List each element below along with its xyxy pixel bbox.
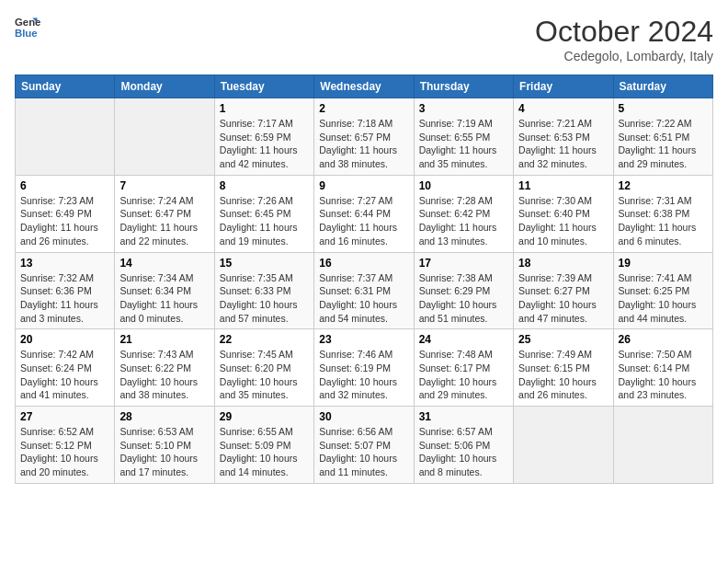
- calendar-week-1: 1Sunrise: 7:17 AMSunset: 6:59 PMDaylight…: [16, 98, 713, 176]
- calendar-cell: 1Sunrise: 7:17 AMSunset: 6:59 PMDaylight…: [214, 98, 313, 176]
- day-number: 16: [319, 257, 408, 270]
- logo: General Blue: [15, 15, 40, 40]
- weekday-header-monday: Monday: [115, 75, 214, 98]
- day-info: Sunrise: 7:31 AMSunset: 6:38 PMDaylight:…: [619, 194, 708, 248]
- day-info: Sunrise: 7:45 AMSunset: 6:20 PMDaylight:…: [220, 348, 309, 402]
- day-info: Sunrise: 7:26 AMSunset: 6:45 PMDaylight:…: [220, 194, 309, 248]
- day-number: 6: [20, 179, 109, 192]
- day-info: Sunrise: 7:24 AMSunset: 6:47 PMDaylight:…: [119, 194, 209, 248]
- calendar-cell: 5Sunrise: 7:22 AMSunset: 6:51 PMDaylight…: [613, 98, 712, 176]
- day-info: Sunrise: 7:43 AMSunset: 6:22 PMDaylight:…: [119, 348, 209, 402]
- day-number: 14: [119, 257, 209, 270]
- calendar-cell: 26Sunrise: 7:50 AMSunset: 6:14 PMDayligh…: [613, 329, 712, 407]
- day-info: Sunrise: 7:49 AMSunset: 6:15 PMDaylight:…: [518, 348, 608, 402]
- day-number: 1: [220, 102, 309, 115]
- calendar-cell: 14Sunrise: 7:34 AMSunset: 6:34 PMDayligh…: [115, 252, 214, 329]
- day-info: Sunrise: 7:18 AMSunset: 6:57 PMDaylight:…: [319, 117, 408, 171]
- day-info: Sunrise: 7:22 AMSunset: 6:51 PMDaylight:…: [619, 117, 708, 171]
- day-info: Sunrise: 7:50 AMSunset: 6:14 PMDaylight:…: [619, 348, 708, 402]
- day-info: Sunrise: 6:55 AMSunset: 5:09 PMDaylight:…: [220, 425, 309, 479]
- day-number: 31: [419, 410, 508, 423]
- calendar-cell: [115, 98, 214, 176]
- calendar-cell: [613, 407, 712, 484]
- day-number: 11: [518, 179, 608, 192]
- day-number: 23: [319, 333, 408, 346]
- day-number: 21: [119, 333, 209, 346]
- day-info: Sunrise: 7:19 AMSunset: 6:55 PMDaylight:…: [419, 117, 508, 171]
- calendar-cell: 21Sunrise: 7:43 AMSunset: 6:22 PMDayligh…: [115, 329, 214, 407]
- calendar-week-3: 13Sunrise: 7:32 AMSunset: 6:36 PMDayligh…: [16, 252, 713, 329]
- calendar-cell: 25Sunrise: 7:49 AMSunset: 6:15 PMDayligh…: [514, 329, 613, 407]
- page-header: General Blue October 2024 Cedegolo, Lomb…: [15, 15, 713, 63]
- weekday-header-tuesday: Tuesday: [214, 75, 313, 98]
- day-number: 7: [119, 179, 209, 192]
- calendar-cell: 10Sunrise: 7:28 AMSunset: 6:42 PMDayligh…: [414, 175, 513, 252]
- day-info: Sunrise: 7:21 AMSunset: 6:53 PMDaylight:…: [518, 117, 608, 171]
- weekday-header-sunday: Sunday: [16, 75, 115, 98]
- day-info: Sunrise: 7:37 AMSunset: 6:31 PMDaylight:…: [319, 271, 408, 326]
- calendar-cell: 18Sunrise: 7:39 AMSunset: 6:27 PMDayligh…: [514, 252, 613, 329]
- calendar-cell: 27Sunrise: 6:52 AMSunset: 5:12 PMDayligh…: [16, 407, 115, 484]
- calendar-cell: 12Sunrise: 7:31 AMSunset: 6:38 PMDayligh…: [613, 175, 712, 252]
- calendar-cell: 13Sunrise: 7:32 AMSunset: 6:36 PMDayligh…: [16, 252, 115, 329]
- day-number: 9: [319, 179, 408, 192]
- day-number: 13: [20, 257, 109, 270]
- svg-text:Blue: Blue: [15, 28, 38, 39]
- day-number: 28: [119, 410, 209, 423]
- day-number: 3: [419, 102, 508, 115]
- calendar-cell: 31Sunrise: 6:57 AMSunset: 5:06 PMDayligh…: [414, 407, 513, 484]
- location-subtitle: Cedegolo, Lombardy, Italy: [535, 49, 713, 63]
- day-number: 20: [20, 333, 109, 346]
- calendar-cell: 24Sunrise: 7:48 AMSunset: 6:17 PMDayligh…: [414, 329, 513, 407]
- title-block: October 2024 Cedegolo, Lombardy, Italy: [535, 15, 713, 63]
- calendar-cell: 17Sunrise: 7:38 AMSunset: 6:29 PMDayligh…: [414, 252, 513, 329]
- day-info: Sunrise: 7:35 AMSunset: 6:33 PMDaylight:…: [220, 271, 309, 326]
- day-info: Sunrise: 7:42 AMSunset: 6:24 PMDaylight:…: [20, 348, 109, 402]
- day-info: Sunrise: 7:48 AMSunset: 6:17 PMDaylight:…: [419, 348, 508, 402]
- day-number: 8: [220, 179, 309, 192]
- calendar-cell: [16, 98, 115, 176]
- calendar-cell: 30Sunrise: 6:56 AMSunset: 5:07 PMDayligh…: [314, 407, 414, 484]
- day-info: Sunrise: 6:53 AMSunset: 5:10 PMDaylight:…: [119, 425, 209, 479]
- month-title: October 2024: [535, 15, 713, 49]
- day-info: Sunrise: 6:56 AMSunset: 5:07 PMDaylight:…: [319, 425, 408, 479]
- day-number: 18: [518, 257, 608, 270]
- calendar-cell: 8Sunrise: 7:26 AMSunset: 6:45 PMDaylight…: [214, 175, 313, 252]
- day-info: Sunrise: 7:41 AMSunset: 6:25 PMDaylight:…: [619, 271, 708, 326]
- day-info: Sunrise: 7:27 AMSunset: 6:44 PMDaylight:…: [319, 194, 408, 248]
- day-number: 15: [220, 257, 309, 270]
- calendar-header-row: SundayMondayTuesdayWednesdayThursdayFrid…: [16, 75, 713, 98]
- calendar-cell: 4Sunrise: 7:21 AMSunset: 6:53 PMDaylight…: [514, 98, 613, 176]
- calendar-cell: 15Sunrise: 7:35 AMSunset: 6:33 PMDayligh…: [214, 252, 313, 329]
- logo-icon: General Blue: [15, 15, 40, 40]
- calendar-cell: 6Sunrise: 7:23 AMSunset: 6:49 PMDaylight…: [16, 175, 115, 252]
- calendar-cell: [514, 407, 613, 484]
- calendar-week-4: 20Sunrise: 7:42 AMSunset: 6:24 PMDayligh…: [16, 329, 713, 407]
- day-info: Sunrise: 7:38 AMSunset: 6:29 PMDaylight:…: [419, 271, 508, 326]
- day-number: 26: [619, 333, 708, 346]
- calendar-cell: 23Sunrise: 7:46 AMSunset: 6:19 PMDayligh…: [314, 329, 414, 407]
- day-info: Sunrise: 7:34 AMSunset: 6:34 PMDaylight:…: [119, 271, 209, 326]
- day-number: 12: [619, 179, 708, 192]
- day-info: Sunrise: 7:30 AMSunset: 6:40 PMDaylight:…: [518, 194, 608, 248]
- calendar-cell: 7Sunrise: 7:24 AMSunset: 6:47 PMDaylight…: [115, 175, 214, 252]
- day-info: Sunrise: 7:32 AMSunset: 6:36 PMDaylight:…: [20, 271, 109, 326]
- day-info: Sunrise: 6:52 AMSunset: 5:12 PMDaylight:…: [20, 425, 109, 479]
- day-number: 19: [619, 257, 708, 270]
- weekday-header-wednesday: Wednesday: [314, 75, 414, 98]
- weekday-header-friday: Friday: [514, 75, 613, 98]
- day-number: 4: [518, 102, 608, 115]
- day-number: 17: [419, 257, 508, 270]
- calendar-cell: 29Sunrise: 6:55 AMSunset: 5:09 PMDayligh…: [214, 407, 313, 484]
- calendar-cell: 20Sunrise: 7:42 AMSunset: 6:24 PMDayligh…: [16, 329, 115, 407]
- calendar-cell: 11Sunrise: 7:30 AMSunset: 6:40 PMDayligh…: [514, 175, 613, 252]
- day-number: 24: [419, 333, 508, 346]
- day-number: 10: [419, 179, 508, 192]
- calendar-week-2: 6Sunrise: 7:23 AMSunset: 6:49 PMDaylight…: [16, 175, 713, 252]
- day-number: 30: [319, 410, 408, 423]
- calendar-week-5: 27Sunrise: 6:52 AMSunset: 5:12 PMDayligh…: [16, 407, 713, 484]
- day-number: 2: [319, 102, 408, 115]
- weekday-header-thursday: Thursday: [414, 75, 513, 98]
- day-info: Sunrise: 7:39 AMSunset: 6:27 PMDaylight:…: [518, 271, 608, 326]
- calendar-cell: 9Sunrise: 7:27 AMSunset: 6:44 PMDaylight…: [314, 175, 414, 252]
